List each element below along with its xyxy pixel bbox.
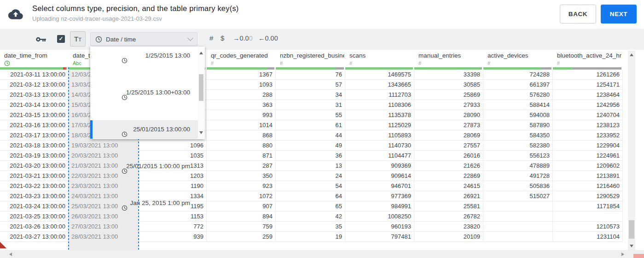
scroll-down-icon[interactable] <box>199 131 203 134</box>
table-cell: 21626 <box>414 161 483 171</box>
column-header-qr_codes_generated[interactable]: qr_codes_generated# <box>207 50 276 67</box>
table-cell: 984991 <box>345 201 414 211</box>
table-cell: 28/03/2021 13:00 <box>69 232 138 242</box>
next-button[interactable]: NEXT <box>601 5 637 23</box>
text-type-button[interactable]: TT <box>70 31 86 47</box>
table-cell: 797481 <box>345 232 414 242</box>
column-type-select[interactable]: Date / time <box>90 32 197 46</box>
table-cell: 49 <box>276 141 345 151</box>
date-format-dropdown: 1/25/2015 13:001/25/2015 13:00+03:0025/0… <box>90 47 205 139</box>
table-cell: 23820 <box>414 222 483 232</box>
table-cell: 1112703 <box>345 90 414 100</box>
table-cell: 1367 <box>207 70 276 80</box>
table-cell: 587890 <box>483 120 553 130</box>
include-column-checkbox[interactable]: ✓ <box>57 35 65 43</box>
table-cell: 1224961 <box>553 151 623 161</box>
column-header-nzbn_registered_busine[interactable]: nzbn_registered_busine# <box>276 50 345 67</box>
table-cell: 588414 <box>483 100 553 110</box>
table-cell: 993 <box>207 110 276 120</box>
table-cell: 923 <box>207 181 276 191</box>
column-name: bluetooth_active_24_hr_ <box>557 52 621 59</box>
page-header: Select columns type, precision, and the … <box>0 0 644 29</box>
table-cell: 1238464 <box>553 90 623 100</box>
horizontal-scrollbar[interactable] <box>0 250 644 258</box>
table-row: 2021-03-26 13:00:0027/03/2021 13:0077275… <box>0 222 623 232</box>
table-cell: 2021-03-20 13:00:00 <box>0 161 69 171</box>
table-cell: 259 <box>207 232 276 242</box>
table-cell: 2021-03-12 13:00:00 <box>0 80 69 90</box>
format-option-label: Jan 25, 2015 1:00 pm <box>130 199 190 206</box>
table-cell: 2021-03-15 13:00:00 <box>0 110 69 120</box>
table-cell: 556123 <box>483 151 553 161</box>
increase-precision-label: 0.00 <box>265 35 278 42</box>
table-cell: 1231104 <box>553 232 623 242</box>
column-header-bluetooth_active_24_hr_[interactable]: bluetooth_active_24_hr_# <box>553 50 623 67</box>
scroll-down-icon[interactable] <box>630 245 633 247</box>
column-name: date_time_from <box>4 52 47 59</box>
table-cell: 491728 <box>483 171 553 181</box>
table-cell: 1209602 <box>553 161 623 171</box>
text-type-glyph: Abc <box>73 60 81 66</box>
format-option[interactable]: 1/25/2015 13:00+03:00 <box>90 83 198 102</box>
vertical-scrollbar[interactable] <box>628 51 635 250</box>
table-cell: 1125029 <box>345 120 414 130</box>
column-header-manual_entries[interactable]: manual_entries# <box>414 50 483 67</box>
scroll-left-icon[interactable] <box>9 252 12 256</box>
table-cell: 350 <box>207 171 276 181</box>
back-button[interactable]: BACK <box>560 5 596 23</box>
format-option-label: 1/25/2015 13:00+03:00 <box>126 89 190 96</box>
arrow-left-icon: ← <box>258 35 265 42</box>
table-cell: 36 <box>276 151 345 161</box>
table-cell: 42 <box>276 211 345 222</box>
table-cell <box>553 211 623 222</box>
table-cell: 2021-03-16 13:00:00 <box>0 120 69 130</box>
dropdown-scrollbar-thumb[interactable] <box>199 74 203 101</box>
table-cell: 1104477 <box>345 151 414 161</box>
table-cell: 1210573 <box>553 222 623 232</box>
table-cell: 772 <box>138 222 207 232</box>
column-name: date_t <box>73 52 90 59</box>
increase-precision-button[interactable]: ←0.00 <box>258 35 278 42</box>
number-type-glyph: # <box>557 60 560 66</box>
table-cell: 2021-03-13 13:00:00 <box>0 90 69 100</box>
table-cell: 1238123 <box>553 120 623 130</box>
vertical-scrollbar-thumb[interactable] <box>629 220 634 239</box>
table-row: 2021-03-25 13:00:0026/03/2021 13:0011538… <box>0 211 623 222</box>
column-name: active_devices <box>487 52 528 59</box>
scroll-up-icon[interactable] <box>199 52 203 54</box>
decrease-precision-button[interactable]: →0.00 <box>233 35 253 42</box>
currency-type-button[interactable]: $ <box>220 34 224 42</box>
column-header-date_time_from[interactable]: date_time_from <box>0 50 69 67</box>
primary-key-icon[interactable] <box>36 36 46 42</box>
format-option[interactable]: 25/01/2015 13:00:00 <box>90 120 198 139</box>
table-row: 2021-03-22 13:00:0023/03/2021 13:0011909… <box>0 181 623 191</box>
table-cell: 1469575 <box>345 70 414 80</box>
table-cell: 2021-03-18 13:00:00 <box>0 141 69 151</box>
column-header-scans[interactable]: scans# <box>345 50 414 67</box>
dropdown-scrollbar[interactable] <box>198 47 204 138</box>
table-cell: 57 <box>276 80 345 90</box>
scroll-up-icon[interactable] <box>630 53 633 56</box>
table-cell: 19/03/2021 13:00 <box>69 141 138 151</box>
number-type-button[interactable]: # <box>209 34 213 42</box>
format-option[interactable]: 1/25/2015 13:00 <box>90 47 198 65</box>
column-header-active_devices[interactable]: active_devices# <box>483 50 553 67</box>
table-cell: 1096 <box>138 141 207 151</box>
table-cell: 909369 <box>345 161 414 171</box>
table-cell <box>483 211 553 222</box>
table-cell: 505836 <box>483 181 553 191</box>
table-cell: 909614 <box>345 171 414 181</box>
row-error-marker <box>0 242 6 250</box>
table-row: 2021-03-18 13:00:0019/03/2021 13:0010968… <box>0 141 623 151</box>
column-type-select-value: Date / time <box>106 36 188 43</box>
format-option[interactable]: Jan 25, 2015 1:00 pm <box>90 194 198 212</box>
table-cell: 1254171 <box>553 80 623 90</box>
format-option[interactable]: 25/01/2015 1:00:00 pm <box>90 157 198 176</box>
table-cell: 34 <box>276 90 345 100</box>
header-titles: Select columns type, precision, and the … <box>32 4 239 22</box>
table-cell: 594008 <box>483 110 553 120</box>
table-cell: 1171854 <box>553 201 623 211</box>
table-cell: 2021-03-27 13:00:00 <box>0 232 69 242</box>
table-cell: 1290529 <box>553 191 623 201</box>
scroll-right-icon[interactable] <box>621 252 624 256</box>
